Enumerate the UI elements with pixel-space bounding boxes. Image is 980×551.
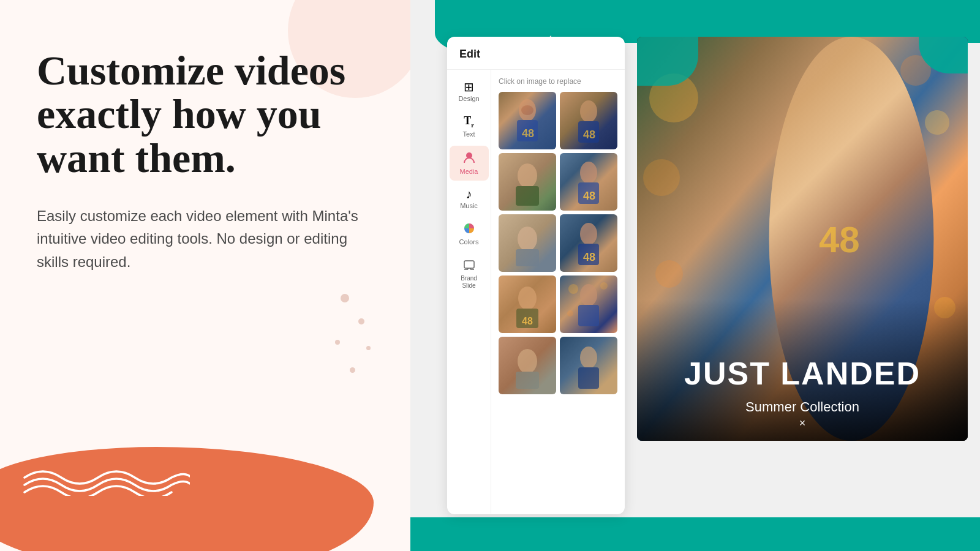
sidebar-item-text[interactable]: Tr Text	[450, 110, 489, 143]
photo-overlay-4: 48	[560, 153, 617, 211]
svg-point-16	[580, 162, 597, 184]
svg-point-21	[580, 223, 597, 245]
svg-text:48: 48	[583, 251, 595, 263]
media-thumb-3[interactable]	[499, 153, 556, 211]
svg-point-34	[580, 347, 597, 369]
music-icon: ♪	[466, 188, 472, 200]
svg-rect-15	[516, 186, 539, 206]
preview-panel: 48 JUST LANDED Summer Collection ×	[637, 37, 968, 441]
media-thumb-6[interactable]: 48	[560, 214, 617, 272]
design-icon: ⊞	[464, 81, 474, 93]
media-thumb-2[interactable]: 48	[560, 92, 617, 149]
photo-overlay-1: 48	[499, 92, 556, 149]
dot-decoration-2	[358, 318, 364, 324]
sidebar-item-colors-label: Colors	[459, 238, 479, 246]
right-panel: Edit ⊞ Design Tr Text	[410, 0, 980, 551]
bokeh-3	[925, 110, 949, 135]
sub-text: Easily customize each video element with…	[37, 204, 374, 273]
svg-point-31	[567, 310, 573, 317]
svg-point-8	[521, 105, 533, 115]
brand-slide-icon	[463, 259, 475, 273]
svg-text:48: 48	[522, 127, 534, 140]
svg-point-30	[600, 282, 608, 290]
media-thumb-10[interactable]	[560, 337, 617, 394]
edit-layout: ⊞ Design Tr Text Media	[447, 70, 625, 514]
sidebar-item-brand-slide-label: BrandSlide	[461, 275, 477, 290]
svg-rect-35	[578, 367, 599, 389]
svg-point-24	[518, 287, 537, 310]
preview-background: 48 JUST LANDED Summer Collection ×	[637, 37, 968, 441]
photo-overlay-6: 48	[560, 214, 617, 272]
colors-icon	[463, 222, 475, 236]
left-panel: Customize videos exactly how you want th…	[0, 0, 410, 551]
squiggle-decoration	[18, 459, 190, 496]
sidebar-item-media[interactable]: Media	[450, 146, 489, 181]
left-content: Customize videos exactly how you want th…	[0, 0, 410, 310]
media-content[interactable]: Click on image to replace 48	[491, 70, 625, 514]
svg-rect-20	[516, 249, 539, 266]
dot-decoration-3	[335, 340, 340, 345]
photo-overlay-3	[499, 153, 556, 211]
photo-overlay-8	[560, 276, 617, 333]
sidebar-item-design[interactable]: ⊞ Design	[450, 76, 489, 108]
media-thumb-5[interactable]	[499, 214, 556, 272]
sidebar-item-media-label: Media	[460, 168, 478, 176]
svg-point-11	[580, 100, 597, 122]
main-heading: Customize videos exactly how you want th…	[37, 49, 374, 180]
svg-rect-2	[464, 261, 474, 268]
photo-overlay-7: 48	[499, 276, 556, 333]
preview-close-button[interactable]: ×	[637, 417, 968, 430]
photo-overlay-5	[499, 214, 556, 272]
teal-bottom-accent	[410, 517, 980, 551]
image-grid: 48 48	[499, 92, 617, 394]
edit-panel: Edit ⊞ Design Tr Text	[447, 37, 625, 514]
text-icon: Tr	[464, 115, 473, 129]
media-icon	[462, 151, 476, 166]
sidebar-item-design-label: Design	[458, 95, 479, 103]
svg-text:48: 48	[522, 316, 533, 326]
dot-decoration-4	[366, 346, 371, 350]
svg-rect-28	[578, 305, 599, 326]
bokeh-4	[643, 159, 680, 196]
photo-overlay-10	[560, 337, 617, 394]
preview-subheadline: Summer Collection	[637, 399, 968, 415]
media-thumb-9[interactable]	[499, 337, 556, 394]
photo-overlay-2: 48	[560, 92, 617, 149]
media-thumb-1[interactable]: 48	[499, 92, 556, 149]
svg-rect-33	[516, 372, 539, 389]
media-thumb-8[interactable]	[560, 276, 617, 333]
sidebar-item-music-label: Music	[460, 202, 478, 210]
media-thumb-7[interactable]: 48	[499, 276, 556, 333]
sidebar-nav: ⊞ Design Tr Text Media	[447, 70, 491, 514]
photo-overlay-9	[499, 337, 556, 394]
svg-point-27	[580, 284, 597, 306]
svg-point-14	[518, 163, 537, 188]
sidebar-item-music[interactable]: ♪ Music	[450, 183, 489, 215]
jersey-number: 48	[819, 219, 860, 261]
media-thumb-4[interactable]: 48	[560, 153, 617, 211]
click-instruction: Click on image to replace	[499, 77, 617, 86]
preview-headline: JUST LANDED	[637, 355, 968, 392]
svg-text:48: 48	[583, 190, 595, 202]
sidebar-item-text-label: Text	[462, 130, 475, 138]
sidebar-item-brand-slide[interactable]: BrandSlide	[450, 254, 489, 294]
svg-point-32	[518, 349, 537, 373]
bokeh-6	[655, 260, 683, 288]
sidebar-item-colors[interactable]: Colors	[450, 217, 489, 251]
dot-decoration-5	[350, 367, 355, 373]
edit-panel-title: Edit	[447, 37, 625, 70]
svg-text:48: 48	[583, 129, 595, 141]
svg-point-19	[518, 227, 537, 251]
svg-point-29	[568, 284, 578, 294]
